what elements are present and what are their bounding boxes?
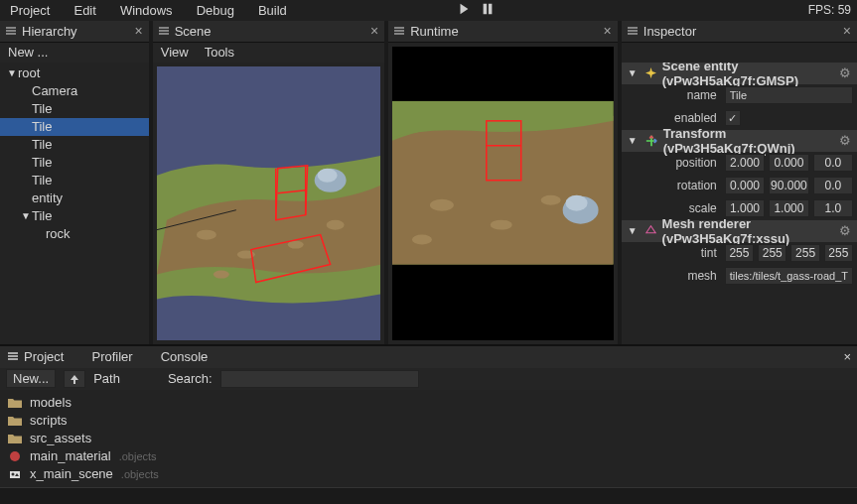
position-z[interactable]: 0.0 <box>813 154 853 172</box>
runtime-viewport[interactable] <box>392 47 614 340</box>
tree-item-tile[interactable]: Tile <box>0 154 149 172</box>
mesh-icon <box>645 224 656 238</box>
project-panel: Project Profiler Console × New... Path S… <box>0 344 857 487</box>
svg-rect-32 <box>628 33 638 35</box>
tree-item-root[interactable]: ▼root <box>0 64 149 82</box>
menu-project[interactable]: Project <box>6 1 54 20</box>
component-transform[interactable]: ▼ Transform (vPw3H5aKg7f:QWnj) ⚙ <box>622 130 857 152</box>
drag-handle-icon[interactable] <box>394 24 404 39</box>
tree-item-tile[interactable]: Tile <box>0 118 149 136</box>
close-icon[interactable]: × <box>843 349 851 364</box>
statusbar <box>0 487 857 504</box>
file-list: modelsscriptssrc_assetsmain_material.obj… <box>0 390 857 487</box>
hierarchy-new-button[interactable]: New ... <box>8 45 48 60</box>
close-icon[interactable]: × <box>843 23 851 39</box>
tree-item-label: Tile <box>32 101 52 116</box>
tree-item-tile[interactable]: ▼Tile <box>0 207 149 225</box>
prop-label-scale: scale <box>622 201 725 215</box>
tab-console[interactable]: Console <box>161 349 209 364</box>
svg-rect-34 <box>8 355 18 357</box>
svg-rect-0 <box>484 4 488 15</box>
menu-windows[interactable]: Windows <box>116 1 177 20</box>
file-item-scripts[interactable]: scripts <box>0 412 857 430</box>
drag-handle-icon[interactable] <box>8 349 18 364</box>
tree-item-tile[interactable]: Tile <box>0 172 149 189</box>
component-mesh-renderer[interactable]: ▼ Mesh renderer (vPw3H5aKg7f:xssu) ⚙ <box>622 220 857 242</box>
chevron-down-icon[interactable]: ▼ <box>20 210 32 221</box>
tab-profiler[interactable]: Profiler <box>91 349 132 364</box>
file-name-label: x_main_scene <box>30 466 113 481</box>
runtime-panel: Runtime × <box>388 21 618 344</box>
svg-rect-5 <box>159 27 169 29</box>
svg-rect-33 <box>8 352 18 354</box>
svg-point-9 <box>197 230 216 240</box>
pause-button[interactable] <box>481 2 495 19</box>
gear-icon[interactable]: ⚙ <box>839 65 851 80</box>
component-header-label: Mesh renderer (vPw3H5aKg7f:xssu) <box>662 216 833 246</box>
position-x[interactable]: 2.000 <box>725 154 765 172</box>
tree-item-camera[interactable]: Camera <box>0 82 149 100</box>
file-item-x_main_scene[interactable]: x_main_scene.objects <box>0 465 857 483</box>
tree-item-tile[interactable]: Tile <box>0 100 149 118</box>
tree-item-rock[interactable]: rock <box>0 225 149 243</box>
menu-edit[interactable]: Edit <box>70 1 99 20</box>
mesh-field[interactable]: tiles:/tiles/t_gass-road_T <box>725 267 853 285</box>
tree-item-tile[interactable]: Tile <box>0 136 149 154</box>
project-new-button[interactable]: New... <box>6 369 56 388</box>
play-button[interactable] <box>457 2 471 19</box>
tint-b[interactable]: 255 <box>790 244 819 262</box>
chevron-down-icon[interactable]: ▼ <box>628 135 638 146</box>
tree-item-label: rock <box>46 226 71 241</box>
menu-debug[interactable]: Debug <box>193 1 238 20</box>
scene-tools-menu[interactable]: Tools <box>205 45 234 60</box>
tint-g[interactable]: 255 <box>758 244 786 262</box>
folder-up-button[interactable] <box>64 370 85 388</box>
enabled-checkbox[interactable]: ✓ <box>725 110 741 126</box>
scene-view-menu[interactable]: View <box>161 45 189 60</box>
scale-z[interactable]: 1.0 <box>813 199 853 217</box>
tint-r[interactable]: 255 <box>725 244 754 262</box>
prop-label-rotation: rotation <box>622 179 725 192</box>
drag-handle-icon[interactable] <box>628 24 638 39</box>
svg-rect-18 <box>394 30 404 32</box>
file-item-src_assets[interactable]: src_assets <box>0 430 857 447</box>
scale-y[interactable]: 1.000 <box>769 199 808 217</box>
svg-point-38 <box>12 472 15 475</box>
gear-icon[interactable]: ⚙ <box>839 223 851 238</box>
svg-rect-17 <box>394 27 404 29</box>
chevron-down-icon[interactable]: ▼ <box>628 67 638 78</box>
file-item-main_material[interactable]: main_material.objects <box>0 447 857 465</box>
rotation-x[interactable]: 0.000 <box>725 177 765 194</box>
scene-viewport[interactable] <box>157 66 381 340</box>
prop-label-enabled: enabled <box>622 111 725 125</box>
gear-icon[interactable]: ⚙ <box>839 133 851 148</box>
name-field[interactable]: Tile <box>725 86 853 104</box>
drag-handle-icon[interactable] <box>159 24 169 39</box>
sparkle-icon <box>645 66 656 80</box>
close-icon[interactable]: × <box>370 23 378 39</box>
close-icon[interactable]: × <box>604 23 612 39</box>
prop-label-name: name <box>622 88 725 102</box>
component-scene-entity[interactable]: ▼ Scene entity (vPw3H5aKg7f:GMSP) ⚙ <box>622 63 857 84</box>
tab-project[interactable]: Project <box>24 349 64 364</box>
tree-item-entity[interactable]: entity <box>0 189 149 207</box>
search-input[interactable] <box>220 370 419 388</box>
close-icon[interactable]: × <box>135 23 143 39</box>
tree-item-label: Tile <box>32 208 52 223</box>
menu-build[interactable]: Build <box>254 1 291 20</box>
prop-label-position: position <box>622 156 725 170</box>
svg-point-25 <box>412 234 432 244</box>
file-suffix-label: .objects <box>119 450 157 462</box>
rotation-y[interactable]: 90.000 <box>769 177 808 194</box>
rotation-z[interactable]: 0.0 <box>813 177 853 194</box>
drag-handle-icon[interactable] <box>6 24 16 39</box>
chevron-down-icon[interactable]: ▼ <box>6 67 18 78</box>
tint-a[interactable]: 255 <box>824 244 853 262</box>
scale-x[interactable]: 1.000 <box>725 199 765 217</box>
chevron-down-icon[interactable]: ▼ <box>628 225 638 236</box>
position-y[interactable]: 0.000 <box>769 154 808 172</box>
svg-rect-19 <box>394 33 404 35</box>
folder-icon <box>8 414 22 428</box>
file-item-models[interactable]: models <box>0 394 857 412</box>
inspector-panel: Inspector × ▼ Scene entity (vPw3H5aKg7f:… <box>622 21 857 344</box>
